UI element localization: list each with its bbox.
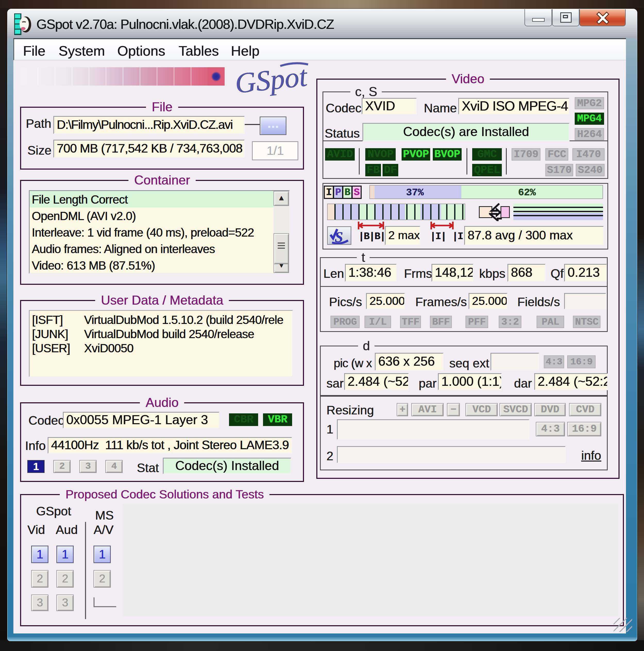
svg-text:S: S <box>334 228 343 244</box>
svg-text:GSpot: GSpot <box>234 60 309 99</box>
